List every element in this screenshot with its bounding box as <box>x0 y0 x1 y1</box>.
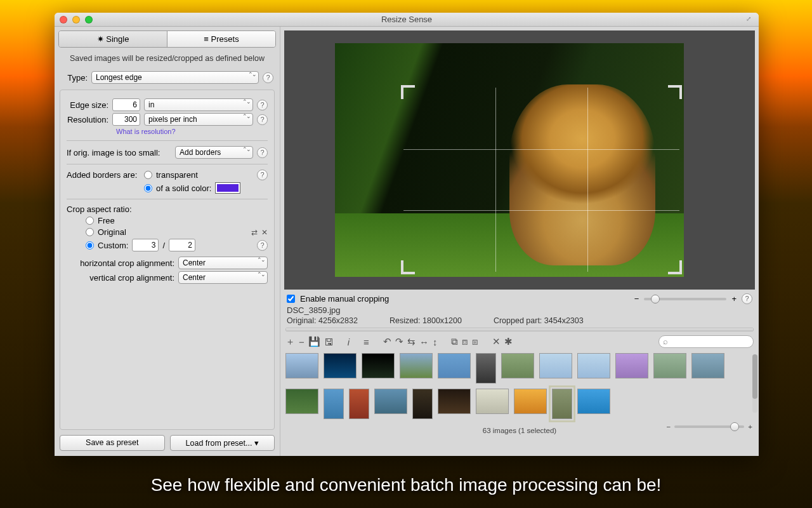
crop-handle-br[interactable] <box>668 260 682 274</box>
tab-presets[interactable]: ≡ Presets <box>167 31 275 47</box>
help-icon[interactable]: ? <box>257 114 268 125</box>
ratio-free-radio[interactable] <box>86 217 94 225</box>
thumbnail-strip[interactable] <box>280 349 759 425</box>
rotate-left-icon[interactable]: ↶ <box>383 336 391 347</box>
crop3-icon[interactable]: ⧆ <box>472 336 478 347</box>
flip-h-icon[interactable]: ⇆ <box>407 336 416 347</box>
crop2-icon[interactable]: ⧈ <box>462 336 468 347</box>
thumbnail[interactable] <box>412 389 433 419</box>
zoom-out-icon[interactable]: − <box>634 294 639 304</box>
thumbnail-selected[interactable] <box>552 389 572 419</box>
crop-handle-tl[interactable] <box>401 85 415 99</box>
thumbnail[interactable] <box>691 353 724 378</box>
thumbnail[interactable] <box>476 353 496 384</box>
search-field[interactable] <box>658 335 754 348</box>
help-icon[interactable]: ? <box>257 147 268 158</box>
remove-icon[interactable]: − <box>299 337 304 347</box>
save-preset-button[interactable]: Save as preset <box>60 435 165 451</box>
thumb-zoom-slider[interactable] <box>674 425 744 428</box>
border-solid-radio[interactable] <box>144 184 152 192</box>
ratio-free-label: Free <box>98 216 115 225</box>
help-icon[interactable]: ? <box>257 100 268 110</box>
thumbnail[interactable] <box>324 389 344 419</box>
fullscreen-icon[interactable]: ⤢ <box>746 15 755 24</box>
crop-handle-bl[interactable] <box>401 260 415 274</box>
ratio-custom-radio[interactable] <box>86 241 94 250</box>
rotate-right-icon[interactable]: ↷ <box>395 336 403 347</box>
zoom-in-icon[interactable]: + <box>731 294 737 304</box>
thumbnail[interactable] <box>285 353 318 378</box>
type-label: Type: <box>61 73 88 83</box>
thumbnail[interactable] <box>577 353 610 378</box>
help-icon[interactable]: ? <box>742 293 752 304</box>
swap-icon[interactable]: ⇄ <box>251 228 258 237</box>
save-all-icon[interactable]: 🖫 <box>324 337 334 347</box>
list-icon[interactable]: ≡ <box>363 337 369 347</box>
valign-label: vertical crop alignment: <box>67 273 174 283</box>
ratio-original-label: Original <box>98 227 126 237</box>
flip-v-icon[interactable]: ↔ <box>419 337 429 347</box>
ratio-original-radio[interactable] <box>86 228 94 236</box>
enable-crop-checkbox[interactable] <box>287 295 295 303</box>
border-color-swatch[interactable] <box>215 182 240 194</box>
resolution-label: Resolution: <box>67 115 108 124</box>
thumb-zoom-out-icon[interactable]: − <box>667 423 671 431</box>
info-icon[interactable]: i <box>348 337 350 347</box>
help-icon[interactable]: ? <box>257 240 268 251</box>
thumb-zoom-in-icon[interactable]: + <box>748 423 752 431</box>
thumbnail[interactable] <box>476 389 509 414</box>
add-icon[interactable]: ＋ <box>285 336 295 348</box>
what-is-resolution-link[interactable]: What is resolution? <box>116 128 176 135</box>
ratio-h-input[interactable] <box>169 239 195 251</box>
minimize-button[interactable] <box>72 16 80 23</box>
titlebar: Resize Sense ⤢ <box>55 13 759 27</box>
ratio-sep: / <box>162 241 165 250</box>
thumbnail[interactable] <box>349 389 369 419</box>
edge-unit-select[interactable]: in <box>144 98 253 111</box>
original-size: Original: 4256x2832 <box>287 316 358 325</box>
thumbnail[interactable] <box>539 353 572 378</box>
ratio-w-input[interactable] <box>132 239 159 251</box>
zoom-slider[interactable] <box>644 298 726 300</box>
preview-area[interactable] <box>284 30 755 290</box>
thumbnail[interactable] <box>362 353 395 378</box>
halign-select[interactable]: Center <box>178 257 268 269</box>
thumbnail[interactable] <box>615 353 648 378</box>
reset-all-icon[interactable]: ✱ <box>504 336 513 347</box>
border-transparent-radio[interactable] <box>144 171 152 179</box>
resolution-input[interactable] <box>112 113 140 126</box>
valign-select[interactable]: Center <box>178 271 268 284</box>
close-button[interactable] <box>60 16 67 23</box>
too-small-select[interactable]: Add borders <box>175 146 253 159</box>
sidebar-caption: Saved images will be resized/cropped as … <box>55 50 280 69</box>
thumbnail[interactable] <box>438 389 471 414</box>
crop-handle-tr[interactable] <box>668 85 682 99</box>
thumbnail[interactable] <box>501 353 534 378</box>
flip-vert-icon[interactable]: ↕ <box>433 337 438 347</box>
thumbnail[interactable] <box>374 389 407 414</box>
clear-icon[interactable]: ✕ <box>261 228 268 237</box>
zoom-button[interactable] <box>85 16 93 23</box>
thumbnail[interactable] <box>577 389 610 414</box>
crop-rect[interactable] <box>403 88 679 272</box>
thumbnail-scrollbar[interactable] <box>752 354 757 413</box>
load-preset-button[interactable]: Load from preset... ▾ <box>170 435 275 451</box>
help-icon[interactable]: ? <box>263 72 273 83</box>
thumbnail[interactable] <box>285 389 318 414</box>
search-input[interactable] <box>658 335 754 348</box>
reset-icon[interactable]: ✕ <box>492 336 501 347</box>
edge-size-input[interactable] <box>112 98 140 111</box>
resolution-unit-select[interactable]: pixels per inch <box>144 113 253 126</box>
thumbnail[interactable] <box>438 353 471 378</box>
too-small-label: If orig. image is too small: <box>67 148 171 157</box>
crop-icon[interactable]: ⧉ <box>451 336 458 347</box>
type-select[interactable]: Longest edge <box>91 71 259 84</box>
tab-single[interactable]: ✷ Single <box>59 31 167 47</box>
thumbnail[interactable] <box>400 353 433 378</box>
save-icon[interactable]: 💾 <box>308 336 320 347</box>
thumbnail[interactable] <box>514 389 547 414</box>
halign-label: horizontal crop alignment: <box>67 258 174 268</box>
thumbnail[interactable] <box>653 353 686 378</box>
thumbnail[interactable] <box>324 353 357 378</box>
help-icon[interactable]: ? <box>257 170 268 180</box>
